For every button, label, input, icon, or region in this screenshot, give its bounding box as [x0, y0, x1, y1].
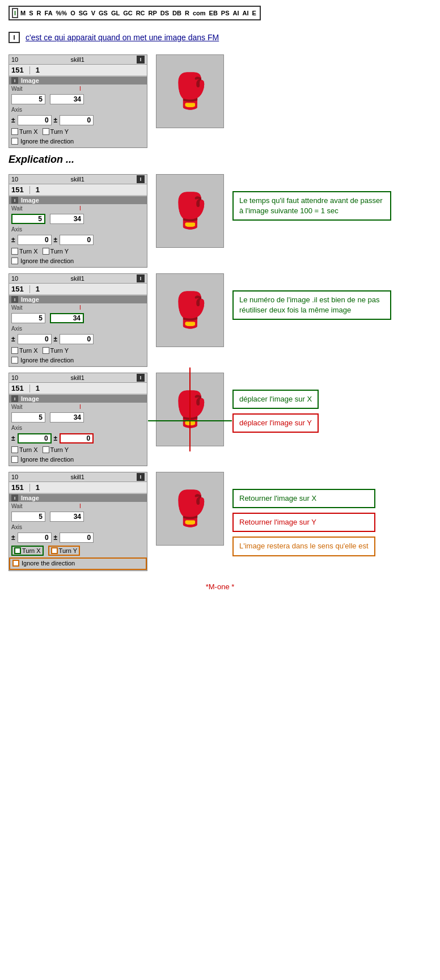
- panel-vals-5: 151 1: [9, 482, 147, 493]
- toolbar-item-SG[interactable]: SG: [78, 9, 89, 17]
- panel-name-2: skill1: [70, 176, 84, 183]
- panel-icon-4: I: [137, 374, 145, 382]
- axis-input-row-2: ± 0 ± 0: [9, 234, 147, 246]
- wait-val2-2[interactable]: 34: [50, 214, 84, 224]
- axis-label-row-2: Axis: [9, 225, 147, 234]
- turnx-cb-2[interactable]: [11, 248, 18, 255]
- axis-x-1[interactable]: 0: [18, 115, 52, 125]
- turnx-cb-3[interactable]: [11, 347, 18, 354]
- toolbar-item-AI1[interactable]: AI: [232, 9, 240, 17]
- axis-x-2[interactable]: 0: [18, 235, 52, 245]
- ignore-cb-5[interactable]: [12, 560, 19, 567]
- footer: *M-one *: [9, 582, 431, 599]
- turny-cb-5[interactable]: [51, 547, 58, 554]
- panel-left-1: 10 skill1 I 151 1 I Image Wait I: [9, 54, 147, 148]
- ignore-cb-1[interactable]: [11, 138, 18, 145]
- sec-label-2: Image: [21, 197, 39, 204]
- panel-header-1: 10 skill1 I: [9, 55, 147, 65]
- toolbar-item-AI2[interactable]: AI: [242, 9, 250, 17]
- toolbar-item-PS[interactable]: PS: [220, 9, 231, 17]
- annotation-3-1: Le numéro de l'image .il est bien de ne …: [232, 290, 391, 320]
- toolbar-item-DS[interactable]: DS: [159, 9, 170, 17]
- toolbar-item-I[interactable]: I: [12, 8, 18, 18]
- panel-num-4: 10: [11, 374, 18, 381]
- toolbar-item-S[interactable]: S: [28, 9, 34, 17]
- toolbar-item-GS[interactable]: GS: [98, 9, 109, 17]
- turny-cb-3[interactable]: [43, 347, 49, 354]
- section-header-5: I Image: [9, 494, 147, 502]
- wait-val2-1[interactable]: 34: [50, 94, 84, 104]
- turny-item-2: Turn Y: [43, 248, 69, 255]
- turny-label-4: Turn Y: [50, 446, 69, 453]
- ignore-cb-4[interactable]: [11, 456, 18, 463]
- toolbar-item-DB[interactable]: DB: [171, 9, 183, 17]
- val2-4: 1: [36, 384, 40, 392]
- turnx-cb-4[interactable]: [11, 446, 18, 453]
- panel-section-2: I Image Wait I 5 34 Axis ±: [9, 196, 147, 267]
- wait-val1-1[interactable]: 5: [11, 94, 45, 104]
- turnx-cb-5[interactable]: [14, 547, 21, 554]
- sec-label-3: Image: [21, 296, 39, 303]
- ignore-cb-3[interactable]: [11, 357, 18, 364]
- turny-cb-1[interactable]: [43, 128, 49, 135]
- ignore-cb-2[interactable]: [11, 257, 18, 264]
- axis-y-3[interactable]: 0: [60, 334, 94, 344]
- wait-val2-3[interactable]: 34: [50, 313, 84, 323]
- wait-row-2: Wait I: [9, 204, 147, 213]
- toolbar-item-EB[interactable]: EB: [208, 9, 219, 17]
- sec-icon-3: I: [11, 296, 18, 303]
- turny-item-5: Turn Y: [48, 546, 80, 556]
- wait-val1-4[interactable]: 5: [11, 412, 45, 423]
- turnx-label-3: Turn X: [19, 347, 38, 354]
- val1-1: 151: [11, 66, 24, 74]
- toolbar-item-R[interactable]: R: [36, 9, 43, 17]
- axis-x-5[interactable]: 0: [18, 533, 52, 543]
- toolbar-item-O[interactable]: O: [69, 9, 77, 17]
- axis-y-5[interactable]: 0: [60, 533, 94, 543]
- axis-label-5: Axis: [11, 524, 22, 530]
- axis-x-4[interactable]: 0: [18, 433, 52, 443]
- val2-3: 1: [36, 285, 40, 293]
- toolbar-item-com[interactable]: com: [192, 9, 207, 17]
- wait-row-5: Wait I: [9, 502, 147, 510]
- turny-label-1: Turn Y: [50, 128, 69, 135]
- wait-val1-5[interactable]: 5: [11, 512, 45, 522]
- axis-label-row-3: Axis: [9, 324, 147, 333]
- axis-sym-x1-2: ±: [11, 236, 15, 244]
- ignore-label-2: Ignore the direction: [20, 257, 74, 264]
- wait-val2-5[interactable]: 34: [50, 512, 84, 522]
- wait-label2-1: I: [79, 86, 145, 92]
- turnx-label-2: Turn X: [19, 248, 38, 255]
- toolbar-item-FA[interactable]: FA: [44, 9, 54, 17]
- axis-y-4[interactable]: 0: [60, 433, 94, 443]
- sprite-preview-1: 🥊: [156, 54, 224, 128]
- panel-header-5: 10 skill1 I: [9, 472, 147, 482]
- toolbar-item-pct[interactable]: %%: [55, 9, 69, 17]
- turnx-cb-1[interactable]: [11, 128, 18, 135]
- toolbar-item-R2[interactable]: R: [184, 9, 191, 17]
- wait-label-1: Wait: [11, 86, 77, 92]
- wait-val2-4[interactable]: 34: [50, 412, 84, 423]
- toolbar-item-RC[interactable]: RC: [135, 9, 146, 17]
- toolbar-item-RP[interactable]: RP: [147, 9, 158, 17]
- toolbar-item-M[interactable]: M: [19, 9, 27, 17]
- panel-block-3: 10 skill1 I 151 1 I Image Wait I: [9, 273, 431, 367]
- axis-y-1[interactable]: 0: [60, 115, 94, 125]
- wait-val1-3[interactable]: 5: [11, 313, 45, 323]
- panel-header-2: 10 skill1 I: [9, 175, 147, 184]
- wait-val1-2[interactable]: 5: [11, 214, 45, 224]
- turny-cb-4[interactable]: [43, 446, 49, 453]
- annotation-5-3: L'image restera dans le sens qu'elle est: [232, 537, 375, 556]
- toolbar-item-GL[interactable]: GL: [110, 9, 121, 17]
- axis-y-2[interactable]: 0: [60, 235, 94, 245]
- toolbar-item-E[interactable]: E: [251, 9, 257, 17]
- turny-cb-2[interactable]: [43, 248, 49, 255]
- sprite-preview-4: 🥊: [156, 373, 224, 446]
- wait-label-3: Wait: [11, 305, 77, 311]
- axis-x-3[interactable]: 0: [18, 334, 52, 344]
- toolbar-item-V[interactable]: V: [90, 9, 96, 17]
- wait-label-5: Wait: [11, 503, 77, 509]
- panel-vals-2: 151 1: [9, 184, 147, 196]
- panel-name-1: skill1: [70, 56, 84, 63]
- toolbar-item-GC[interactable]: GC: [122, 9, 134, 17]
